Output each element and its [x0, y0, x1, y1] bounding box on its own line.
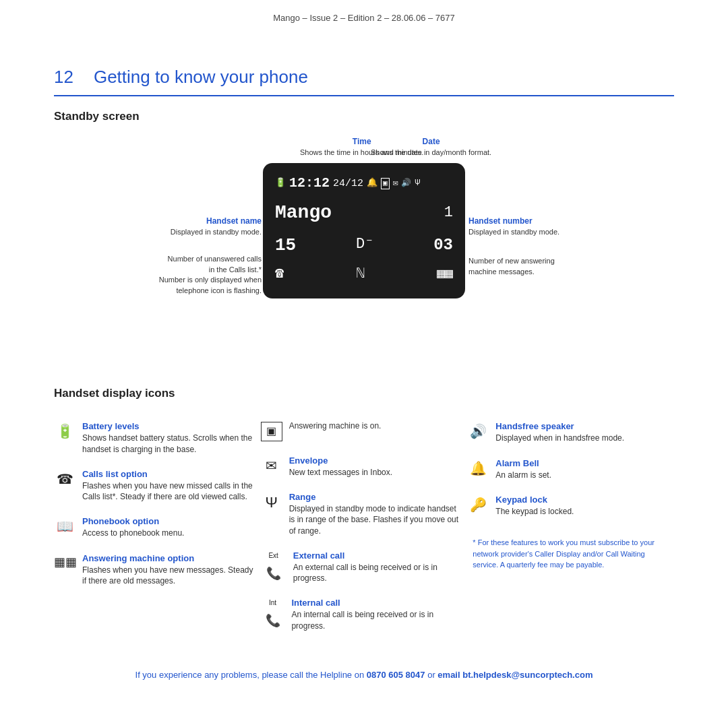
screen-book-icon: ℕ — [357, 265, 365, 284]
am-icon: ▣ — [381, 178, 390, 189]
keypad-lock-desc: The keypad is locked. — [495, 506, 574, 517]
handsfree-desc: Displayed when in handsfree mode. — [495, 433, 624, 443]
battery-name: Battery levels — [82, 420, 255, 433]
handset-name-label: Handset name — [171, 216, 262, 227]
chapter-title: Getting to know your phone — [94, 65, 308, 89]
screen-data-row: 15 D⁻ 03 — [275, 233, 453, 257]
phonebook-name: Phonebook option — [82, 515, 184, 528]
ext-call-icon-glyph: Ext 📞 — [261, 551, 286, 582]
phonebook-desc: Access to phonebook menu. — [82, 528, 184, 538]
range-desc: Displayed in standby mode to indicate ha… — [289, 503, 462, 536]
int-call-desc: An internal call is being received or is… — [291, 609, 462, 631]
screen-time: 12:12 — [289, 174, 330, 193]
icon-internal-call: Int 📞 Internal call An internal call is … — [261, 590, 468, 638]
int-call-name: Internal call — [291, 597, 462, 609]
screen-icons-row: ☎ ℕ ▦▦ — [275, 264, 453, 285]
handset-number-desc: Displayed in standby mode. — [468, 227, 559, 237]
battery-desc: Shows handset battery status. Scrolls wh… — [82, 433, 255, 454]
volume-icon: 🔊 — [401, 178, 411, 189]
ext-call-desc: An external call is being received or is… — [293, 562, 462, 584]
icon-range: Ψ Range Displayed in standby mode to ind… — [261, 484, 468, 543]
chapter-heading: 12 Getting to know your phone — [54, 65, 674, 89]
screen-name-row: Mango 1 — [275, 199, 453, 226]
calls-list-name: Calls list option — [82, 468, 255, 480]
unanswered-calls-label-group: Number of unanswered calls in the Calls … — [159, 254, 262, 296]
handset-number-label: Handset number — [468, 216, 559, 227]
ext-call-name: External call — [293, 550, 462, 562]
icons-grid: 🔋 Battery levels Shows handset battery s… — [54, 414, 674, 638]
int-call-icon-glyph: Int 📞 — [261, 598, 285, 629]
icon-envelope: ✉ Envelope New text messages in Inbox. — [261, 448, 468, 484]
screen-calls: 15 — [275, 233, 296, 257]
icon-external-call: Ext 📞 External call An external call is … — [261, 543, 468, 591]
icons-col1: 🔋 Battery levels Shows handset battery s… — [54, 414, 261, 638]
icons-col2: ▣ Answering machine is on. ✉ Envelope Ne… — [261, 414, 468, 638]
handset-name-label-group: Handset name Displayed in standby mode. — [171, 216, 262, 237]
icon-phonebook: 📖 Phonebook option Access to phonebook m… — [54, 509, 261, 545]
am-option-name: Answering machine option — [82, 553, 255, 565]
envelope-icon: ✉ — [393, 177, 398, 189]
header-text: Mango – Issue 2 – Edition 2 – 28.06.06 –… — [273, 13, 455, 23]
calls-list-desc: Flashes when you have new missed calls i… — [82, 480, 255, 502]
screen-tel-icon: ☎ — [275, 264, 284, 285]
calls-list-icon-glyph: ☎ — [54, 470, 75, 488]
range-icon: Ψ — [415, 177, 420, 189]
alarm-icon: 🔔 — [367, 177, 377, 189]
icon-battery: 🔋 Battery levels Shows handset battery s… — [54, 414, 261, 462]
alarm-bell-desc: An alarm is set. — [495, 470, 551, 480]
icon-keypad-lock: 🔑 Keypad lock The keypad is locked. — [467, 487, 674, 524]
page-header: Mango – Issue 2 – Edition 2 – 28.06.06 –… — [0, 0, 728, 31]
range-name: Range — [289, 491, 462, 503]
phone-screen: 🔋 12:12 24/12 🔔 ▣ ✉ 🔊 Ψ Mango 1 15 D⁻ 03 — [263, 163, 465, 298]
icon-am-on: ▣ Answering machine is on. — [261, 414, 468, 447]
screen-name: Mango — [275, 199, 332, 226]
chapter-number: 12 — [54, 65, 73, 89]
icons-col3: 🔊 Handsfree speaker Displayed when in ha… — [467, 414, 674, 638]
handset-name-desc: Displayed in standby mode. — [171, 227, 262, 237]
screen-date: 24/12 — [333, 177, 363, 191]
footer-phone: 0870 605 8047 — [367, 670, 425, 680]
battery-icon-glyph: 🔋 — [54, 422, 75, 441]
envelope-name: Envelope — [289, 455, 392, 467]
icons-section-title: Handset display icons — [54, 385, 674, 402]
phonebook-icon-glyph: 📖 — [54, 517, 75, 536]
am-on-icon-glyph: ▣ — [261, 422, 282, 441]
handset-number-label-group: Handset number Displayed in standby mode… — [468, 216, 559, 237]
screen-am-icon: ▦▦ — [437, 265, 453, 284]
footer-bar: If you experience any problems, please c… — [0, 657, 728, 688]
range-icon-glyph: Ψ — [261, 493, 282, 513]
date-desc: Shows the date in day/month format. — [371, 148, 491, 158]
icon-calls-list: ☎ Calls list option Flashes when you hav… — [54, 462, 261, 509]
alarm-bell-name: Alarm Bell — [495, 458, 551, 470]
date-label: Date — [371, 136, 491, 148]
date-label-group: Date Shows the date in day/month format. — [371, 136, 491, 158]
footnote-area: * For these features to work you must su… — [467, 524, 674, 571]
icon-handsfree: 🔊 Handsfree speaker Displayed when in ha… — [467, 414, 674, 450]
am-messages-desc: Number of new answering machine messages… — [468, 256, 576, 277]
keypad-lock-name: Keypad lock — [495, 494, 574, 506]
keypad-lock-icon-glyph: 🔑 — [467, 495, 489, 514]
am-option-icon-glyph: ▦▦ — [54, 554, 75, 571]
screen-handset-number: 1 — [444, 203, 453, 224]
battery-icon: 🔋 — [275, 177, 286, 189]
handsfree-icon-glyph: 🔊 — [467, 422, 489, 441]
am-option-desc: Flashes when you have new messages. Stea… — [82, 565, 255, 586]
standby-section-title: Standby screen — [54, 108, 674, 125]
envelope-desc: New text messages in Inbox. — [289, 467, 392, 478]
screen-keypad: D⁻ — [356, 234, 373, 255]
icon-alarm-bell: 🔔 Alarm Bell An alarm is set. — [467, 451, 674, 487]
alarm-bell-icon-glyph: 🔔 — [467, 459, 489, 478]
am-messages-label-group: Number of new answering machine messages… — [468, 256, 576, 277]
handsfree-name: Handsfree speaker — [495, 420, 624, 433]
envelope-icon-glyph: ✉ — [261, 456, 282, 475]
footer-email: email bt.helpdesk@suncorptech.com — [437, 670, 593, 680]
screen-top-row: 🔋 12:12 24/12 🔔 ▣ ✉ 🔊 Ψ — [275, 174, 453, 193]
standby-diagram: Time Shows the time in hours and minutes… — [54, 136, 674, 379]
icon-answering-machine-option: ▦▦ Answering machine option Flashes when… — [54, 546, 261, 594]
am-on-desc: Answering machine is on. — [289, 420, 382, 431]
footer-text-before: If you experience any problems, please c… — [135, 670, 367, 680]
unanswered-calls-desc: Number of unanswered calls in the Calls … — [159, 254, 262, 296]
screen-am-count: 03 — [433, 234, 453, 257]
chapter-divider — [54, 95, 674, 96]
footer-text-middle: or — [425, 670, 438, 680]
